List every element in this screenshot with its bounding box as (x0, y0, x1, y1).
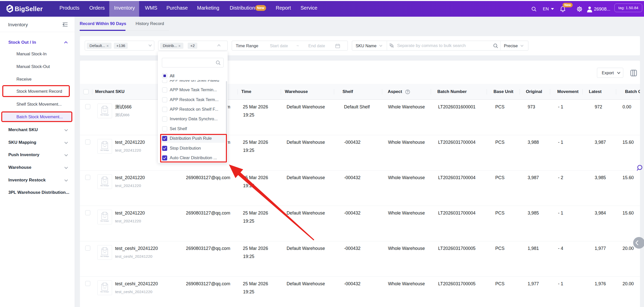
svg-text:No Image: No Image (100, 220, 109, 222)
svg-text:No Image: No Image (100, 255, 109, 257)
svg-text:No Image: No Image (100, 114, 109, 116)
svg-text:No Image: No Image (100, 291, 109, 293)
svg-text:No Image: No Image (100, 149, 109, 151)
svg-text:No Image: No Image (100, 184, 109, 186)
